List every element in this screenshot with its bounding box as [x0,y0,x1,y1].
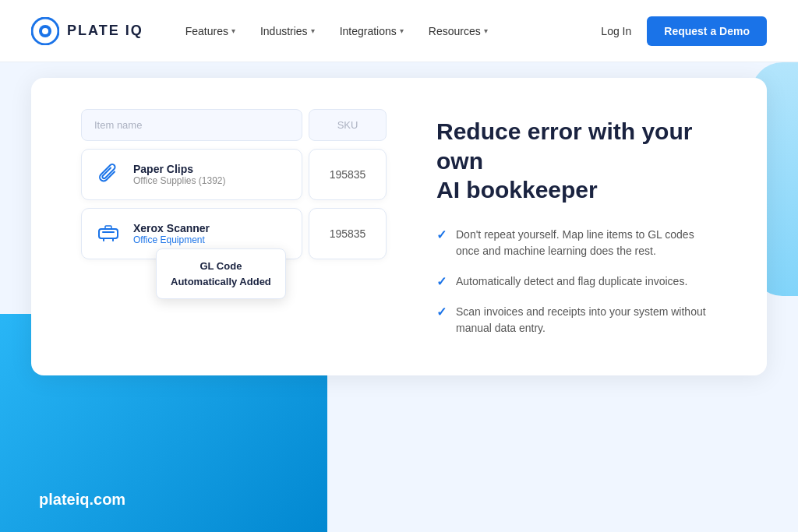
feature-text-2: Automatically detect and flag duplicate … [456,273,687,290]
item-name-paperclips: Paper Clips [133,163,289,175]
item-card-paperclips: Paper Clips Office Supplies (1392) [81,149,302,200]
feature-item-1: ✓ Don't repeat yourself. Map line items … [436,227,720,259]
logo-icon [31,17,59,45]
nav-features[interactable]: Features ▾ [175,19,246,44]
svg-rect-3 [99,229,118,238]
brand-name: PLATE IQ [67,23,143,39]
checkmark-icon-2: ✓ [436,274,447,289]
nav-links: Features ▾ Industries ▾ Integrations ▾ R… [175,19,602,44]
table-header: Item name SKU [78,109,390,141]
item-sub-scanner: Office Equipment [133,234,289,245]
hero-heading: Reduce error with your own AI bookkeeper [436,117,720,205]
nav-resources[interactable]: Resources ▾ [418,19,499,44]
table-row: Paper Clips Office Supplies (1392) 19583… [78,149,390,200]
sku-value-scanner: 195835 [309,208,387,259]
features-chevron-icon: ▾ [231,26,235,35]
scanner-icon [94,220,122,248]
request-demo-button[interactable]: Request a Demo [647,16,767,46]
resources-chevron-icon: ▾ [484,26,488,35]
svg-rect-5 [105,226,111,229]
checkmark-icon-3: ✓ [436,305,447,319]
nav-right: Log In Request a Demo [601,16,767,46]
feature-text-3: Scan invoices and receipts into your sys… [456,304,720,336]
feature-list: ✓ Don't repeat yourself. Map line items … [436,227,720,336]
site-label: plateiq.com [39,491,125,509]
main-content-card: Item name SKU Paper Clips Office Supplie… [31,78,767,375]
column-header-sku: SKU [309,109,387,141]
feature-item-3: ✓ Scan invoices and receipts into your s… [436,304,720,336]
table-row-scanner: Xerox Scanner Office Equipment 195835 GL… [78,208,390,259]
hero-heading-line1: Reduce error with your own [436,118,692,174]
feature-item-2: ✓ Automatically detect and flag duplicat… [436,273,720,290]
item-name-scanner: Xerox Scanner [133,222,289,234]
navbar: PLATE IQ Features ▾ Industries ▾ Integra… [0,0,798,62]
tooltip-line1: GL Code [171,259,271,274]
nav-integrations[interactable]: Integrations ▾ [329,19,415,44]
hero-text-panel: Reduce error with your own AI bookkeeper… [436,109,720,344]
paperclip-icon [94,160,122,188]
feature-text-1: Don't repeat yourself. Map line items to… [456,227,720,259]
industries-chevron-icon: ▾ [311,26,315,35]
checkmark-icon-1: ✓ [436,227,447,242]
gl-code-tooltip: GL Code Automatically Added [156,248,286,299]
item-info-scanner: Xerox Scanner Office Equipment [133,222,289,245]
hero-heading-line2: AI bookkeeper [436,177,598,203]
svg-rect-4 [102,231,115,233]
item-sub-paperclips: Office Supplies (1392) [133,175,289,186]
item-info-paperclips: Paper Clips Office Supplies (1392) [133,163,289,186]
nav-industries[interactable]: Industries ▾ [249,19,326,44]
tooltip-line2: Automatically Added [171,274,271,290]
logo-link[interactable]: PLATE IQ [31,17,143,45]
svg-point-2 [42,28,48,34]
demo-panel: Item name SKU Paper Clips Office Supplie… [78,109,390,344]
integrations-chevron-icon: ▾ [400,26,404,35]
column-header-name: Item name [81,109,302,141]
login-link[interactable]: Log In [601,25,631,37]
sku-value-paperclips: 195835 [309,149,387,200]
